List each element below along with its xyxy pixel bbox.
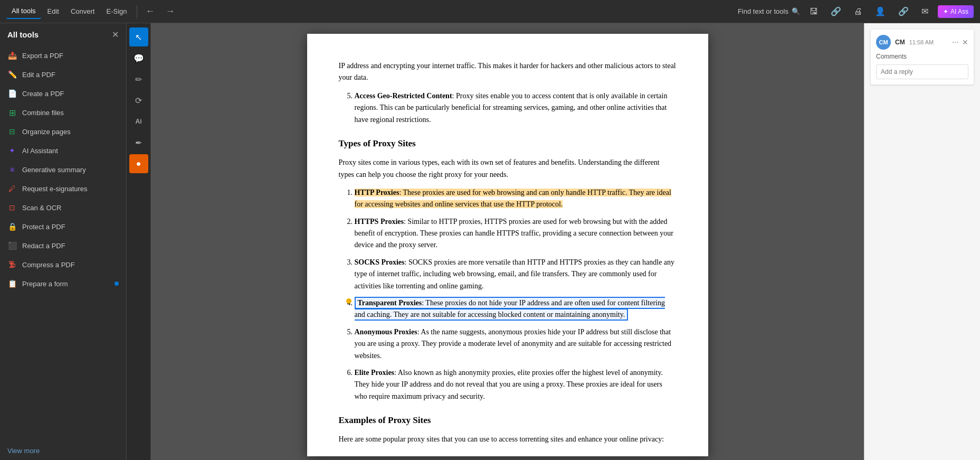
redact-pdf-icon: ⬛ [7,241,17,250]
comment-header: CM CM 11:58 AM ··· ✕ [876,35,968,50]
combine-icon: ⊞ [7,108,17,117]
comment-reply-input[interactable] [876,64,968,79]
edit-pdf-icon: ✏️ [7,70,17,79]
sidebar-item-label: Request e-signatures [22,185,88,193]
sidebar-item-generative-summary[interactable]: ≡ Generative summary [0,160,126,179]
share-icon-btn[interactable]: 🔗 [827,4,844,18]
sidebar-item-request-esignatures[interactable]: 🖊 Request e-signatures [0,179,126,198]
sidebar-item-label: Organize pages [22,128,71,136]
menu-edit[interactable]: Edit [42,4,64,18]
ai-tool-btn[interactable]: Ai [129,112,148,131]
pdf-intro-text: IP address and encrypting your internet … [339,60,677,84]
organize-icon: ⊟ [7,127,17,136]
menu-all-tools[interactable]: All tools [6,4,41,19]
menu-esign[interactable]: E-Sign [101,4,132,18]
sidebar-item-label: Redact a PDF [22,242,65,250]
comment-actions: ··· ✕ [950,37,968,47]
sidebar-item-label: Combine files [22,109,64,117]
sidebar: All tools ✕ 📤 Export a PDF ✏️ Edit a PDF… [0,23,127,460]
toolbar-right: Find text or tools 🔍 🖫 🔗 🖨 👤 🔗 ✉ ✦ AI As… [738,4,974,18]
pdf-list-item-1: HTTP Proxies: These proxies are used for… [355,187,677,211]
protect-pdf-icon: 🔒 [7,222,17,231]
sidebar-item-label: Compress a PDF [22,261,75,269]
pdf-section-intro: Proxy sites come in various types, each … [339,157,677,181]
find-tools-search[interactable]: Find text or tools 🔍 [738,7,800,15]
scan-ocr-icon: ⊡ [7,203,17,212]
comment-meta: CM CM 11:58 AM [876,35,934,50]
pdf-list-item-6: Elite Proxies: Also known as high anonym… [355,367,677,402]
toolbar-menu: All tools Edit Convert E-Sign [6,4,132,19]
view-more-link[interactable]: View more [0,442,126,460]
comment-indicator-dot [346,298,351,304]
pdf-page: IP address and encrypting your internet … [307,34,708,456]
http-proxies-highlight: HTTP Proxies: These proxies are used for… [355,189,671,208]
ai-assistant-icon: ✦ [7,146,17,155]
sidebar-title: All tools [7,30,39,39]
pdf-section-title: Types of Proxy Sites [339,136,677,151]
prepare-form-badge [115,281,119,286]
sidebar-item-redact-pdf[interactable]: ⬛ Redact a PDF [0,236,126,255]
sidebar-item-export-pdf[interactable]: 📤 Export a PDF [0,46,126,65]
comment-menu-button[interactable]: ··· [950,37,961,47]
ai-assist-label: AI Ass [950,8,968,15]
sidebar-item-edit-pdf[interactable]: ✏️ Edit a PDF [0,65,126,84]
link-icon-btn[interactable]: 🔗 [895,4,912,18]
comment-card: CM CM 11:58 AM ··· ✕ Comments [871,30,974,85]
email-icon-btn[interactable]: ✉ [918,4,931,18]
sidebar-item-label: Protect a PDF [22,223,65,231]
profile-icon-btn[interactable]: 👤 [872,4,889,18]
sidebar-header: All tools ✕ [0,23,126,44]
save-icon-btn[interactable]: 🖫 [806,5,821,18]
search-label: Find text or tools [738,7,788,15]
comment-avatar: CM [876,35,891,50]
sign-tool-btn[interactable]: ✒ [129,133,148,152]
main-toolbar: All tools Edit Convert E-Sign ← → Find t… [0,0,980,23]
sidebar-item-compress-pdf[interactable]: 🗜 Compress a PDF [0,255,126,274]
sidebar-item-label: Create a PDF [22,90,64,98]
prepare-form-icon: 📋 [7,279,17,288]
pdf-examples-text: Here are some popular proxy sites that y… [339,434,677,445]
shape-tool-btn[interactable]: ⟳ [129,91,148,110]
sidebar-item-create-pdf[interactable]: 📄 Create a PDF [0,84,126,103]
vertical-toolbar: ↖ 💬 ✏ ⟳ Ai ✒ ● [127,23,151,460]
pdf-proxies-list: HTTP Proxies: These proxies are used for… [355,187,677,402]
pdf-examples-title: Examples of Proxy Sites [339,413,677,427]
ai-assist-button[interactable]: ✦ AI Ass [938,5,974,18]
search-icon: 🔍 [792,7,800,15]
sidebar-item-protect-pdf[interactable]: 🔒 Protect a PDF [0,217,126,236]
pdf-list-item-5b: Anonymous Proxies: As the name suggests,… [355,326,677,362]
sidebar-close-button[interactable]: ✕ [112,30,119,40]
sidebar-item-prepare-form[interactable]: 📋 Prepare a form [0,274,126,293]
sidebar-item-label: Generative summary [22,166,86,174]
comment-username: CM [895,39,905,46]
sidebar-item-label: Prepare a form [22,280,68,288]
esignatures-icon: 🖊 [7,184,17,193]
comment-timestamp: 11:58 AM [909,39,934,45]
sidebar-item-scan-ocr[interactable]: ⊡ Scan & OCR [0,198,126,217]
comment-tool-btn[interactable]: 💬 [129,49,148,68]
sidebar-item-combine-files[interactable]: ⊞ Combine files [0,103,126,122]
transparent-proxies-box: Transparent Proxies: These proxies do no… [355,297,665,321]
sidebar-item-organize-pages[interactable]: ⊟ Organize pages [0,122,126,141]
pdf-list-start: Access Geo-Restricted Content: Proxy sit… [355,90,677,126]
ai-icon: ✦ [943,8,948,15]
pdf-viewer[interactable]: IP address and encrypting your internet … [151,23,864,460]
sidebar-item-label: Export a PDF [22,52,63,60]
comment-panel: CM CM 11:58 AM ··· ✕ Comments [864,23,980,460]
pen-tool-btn[interactable]: ✏ [129,70,148,89]
print-icon-btn[interactable]: 🖨 [851,5,865,18]
create-pdf-icon: 📄 [7,89,17,98]
compress-pdf-icon: 🗜 [7,260,17,269]
pdf-list-item-2: HTTPS Proxies: Similar to HTTP proxies, … [355,216,677,251]
sidebar-items-list: 📤 Export a PDF ✏️ Edit a PDF 📄 Create a … [0,44,126,442]
cursor-tool-btn[interactable]: ↖ [129,27,148,46]
pdf-list-item-4: Transparent Proxies: These proxies do no… [355,297,677,321]
menu-convert[interactable]: Convert [65,4,100,18]
toolbar-left: All tools Edit Convert E-Sign ← → [6,4,179,19]
sidebar-item-ai-assistant[interactable]: ✦ AI Assistant [0,141,126,160]
color-picker-btn[interactable]: ● [129,154,148,173]
comment-close-button[interactable]: ✕ [962,38,968,46]
undo-button[interactable]: ← [141,4,159,19]
redo-button[interactable]: → [161,4,179,19]
toolbar-divider-1 [137,5,137,18]
